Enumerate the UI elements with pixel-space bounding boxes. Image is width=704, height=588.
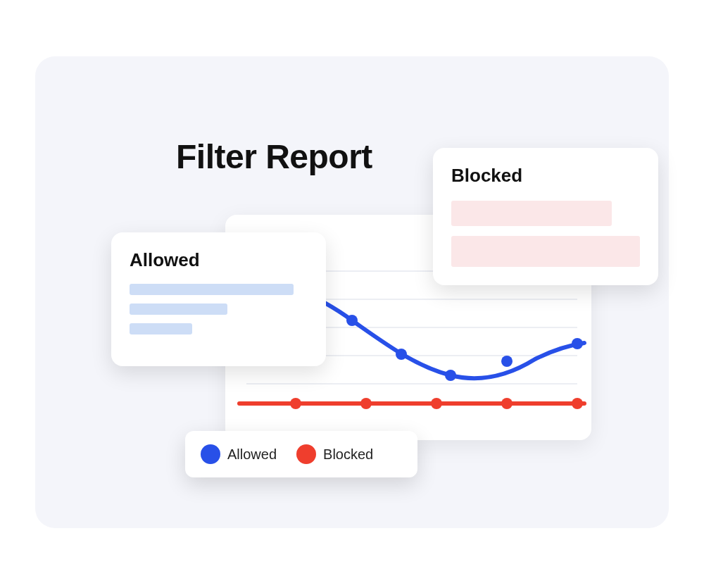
- chart-legend: Allowed Blocked: [185, 431, 417, 477]
- series-allowed-point: [396, 349, 407, 360]
- series-allowed-point: [346, 315, 358, 326]
- series-allowed-point: [501, 356, 513, 367]
- series-blocked-point: [360, 398, 372, 409]
- series-allowed-point: [445, 370, 456, 381]
- series-blocked-point: [290, 398, 301, 409]
- allowed-placeholder-bar: [130, 284, 294, 295]
- blocked-placeholder-bar: [451, 236, 640, 267]
- legend-item-allowed: Allowed: [201, 444, 277, 464]
- series-blocked-point: [572, 398, 583, 409]
- legend-dot-icon: [201, 444, 220, 464]
- series-blocked-point: [431, 398, 442, 409]
- allowed-placeholder-bar: [130, 323, 192, 334]
- legend-dot-icon: [296, 444, 316, 464]
- legend-label: Blocked: [323, 446, 373, 463]
- report-canvas: Filter Report Blocked: [35, 56, 669, 528]
- blocked-card-title: Blocked: [451, 165, 640, 187]
- blocked-card: Blocked: [433, 148, 658, 285]
- blocked-placeholder-bar: [451, 201, 612, 226]
- allowed-placeholder-bar: [130, 304, 227, 315]
- allowed-card-title: Allowed: [130, 249, 308, 271]
- page-title: Filter Report: [176, 137, 372, 176]
- legend-label: Allowed: [227, 446, 277, 463]
- series-blocked-point: [501, 398, 513, 409]
- series-allowed-point: [572, 338, 583, 349]
- legend-item-blocked: Blocked: [296, 444, 373, 464]
- allowed-card: Allowed: [111, 232, 326, 366]
